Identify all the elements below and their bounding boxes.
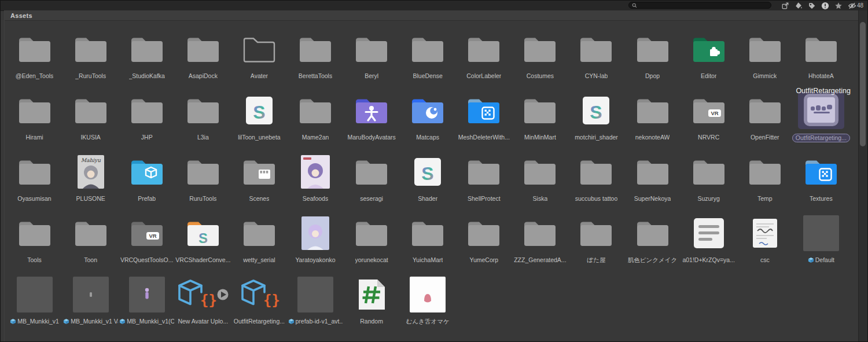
asset-item[interactable]: MB_Munkki_v1(Cl... xyxy=(119,276,175,337)
asset-item[interactable]: Hirami xyxy=(6,92,62,153)
asset-label: Suzuryg xyxy=(697,195,720,203)
asset-item[interactable]: AsapiDock xyxy=(175,31,231,92)
asset-item[interactable]: Beryl xyxy=(344,31,400,92)
star-icon[interactable] xyxy=(834,2,843,10)
asset-item[interactable]: SVRCShaderConve... xyxy=(175,215,231,276)
asset-item[interactable]: VRNRVRC xyxy=(681,92,737,153)
svg-text:Mahiyu: Mahiyu xyxy=(81,157,101,163)
asset-label: Default xyxy=(808,256,834,264)
asset-item[interactable]: SuperNekoya xyxy=(624,153,681,215)
asset-item[interactable]: _RuruTools xyxy=(62,31,119,92)
asset-item[interactable]: Suzuryg xyxy=(681,153,737,215)
eye-off-icon[interactable]: 48 xyxy=(848,2,863,10)
asset-item[interactable]: csc xyxy=(737,215,793,276)
asset-row: MB_Munkki_v1MB_Munkki_v1 Va...MB_Munkki_… xyxy=(5,276,859,337)
asset-item[interactable]: Yaratoyakonko xyxy=(287,215,343,276)
asset-item[interactable]: MB_Munkki_v1 xyxy=(6,276,62,337)
asset-item[interactable]: CYN-lab xyxy=(568,31,624,92)
tag-icon[interactable] xyxy=(808,2,816,10)
asset-item[interactable]: yorunekocat xyxy=(344,215,400,276)
asset-item[interactable]: _StudioKafka xyxy=(119,31,175,92)
pane-splitter[interactable] xyxy=(4,10,5,341)
asset-item[interactable]: MinMinMart xyxy=(512,92,568,153)
asset-item[interactable]: ZZZ_GeneratedA... xyxy=(512,215,568,276)
asset-item[interactable]: Scenes xyxy=(231,153,287,215)
asset-item[interactable]: L3ia xyxy=(175,92,231,153)
asset-item[interactable]: Editor xyxy=(681,31,737,92)
asset-item[interactable]: 肌色ピンクメイク xyxy=(624,215,681,276)
asset-item[interactable]: ShellProtect xyxy=(456,153,512,215)
asset-item[interactable]: succubus tattoo xyxy=(568,153,624,215)
asset-item[interactable]: Smotchiri_shader xyxy=(568,92,624,153)
asset-item[interactable]: Textures xyxy=(793,153,849,215)
asset-item[interactable]: IKUSIA xyxy=(62,92,119,153)
asset-item[interactable]: RuruTools xyxy=(175,153,231,215)
folder-icon xyxy=(579,153,613,190)
asset-item[interactable]: Avater xyxy=(231,31,287,92)
paint-bucket-icon[interactable] xyxy=(795,2,803,10)
asset-item[interactable]: {}New Avatar Uplo... xyxy=(175,276,231,337)
vertical-scrollbar[interactable] xyxy=(858,10,867,341)
asset-item[interactable]: ぼた屋 xyxy=(568,215,624,276)
asset-item[interactable]: Tools xyxy=(6,215,62,276)
asset-item[interactable]: SlilToon_unebeta xyxy=(231,92,287,153)
asset-item[interactable]: Temp xyxy=(737,153,793,215)
folder-icon xyxy=(523,215,557,252)
asset-item[interactable]: ColorLabeler xyxy=(456,31,512,92)
asset-item[interactable]: HhotateA xyxy=(793,31,849,92)
asset-item[interactable]: nekonoteAW xyxy=(624,92,681,153)
asset-item[interactable]: YuichaMart xyxy=(400,215,456,276)
asset-item[interactable]: Default xyxy=(793,215,849,276)
asset-item[interactable]: Gimmick xyxy=(737,31,793,92)
asset-item[interactable]: MeshDeleterWith... xyxy=(456,92,512,153)
asset-item[interactable]: MahiyuPLUSONE xyxy=(62,153,119,215)
breadcrumb[interactable]: Assets xyxy=(10,12,32,19)
folder-icon xyxy=(298,92,333,129)
search-box[interactable] xyxy=(628,2,771,9)
asset-item[interactable]: OutfitRetargetingOutfitRetargeting... xyxy=(793,92,849,153)
asset-item[interactable]: Prefab xyxy=(119,153,175,215)
asset-label: BlueDense xyxy=(413,72,443,80)
asset-label: Seafoods xyxy=(303,195,328,203)
asset-item[interactable]: Siska xyxy=(512,153,568,215)
asset-item[interactable]: Oyasumisan xyxy=(6,153,62,215)
asset-item[interactable]: BlueDense xyxy=(400,31,456,92)
prefab-thumbnail xyxy=(297,276,333,313)
asset-item[interactable]: JHP xyxy=(119,92,175,153)
asset-item[interactable]: BerettaTools xyxy=(287,31,343,92)
asset-item[interactable]: MB_Munkki_v1 Va... xyxy=(62,276,119,337)
svg-text:S: S xyxy=(422,163,434,184)
scrollbar-thumb[interactable] xyxy=(860,22,866,146)
asset-label: Gimmick xyxy=(753,72,777,80)
breadcrumb-bar[interactable]: Assets xyxy=(5,10,859,21)
image-thumbnail xyxy=(798,92,844,129)
asset-item[interactable]: a01!D+KrZQv=ya... xyxy=(681,215,737,276)
asset-item[interactable]: VRVRCQuestToolsO... xyxy=(119,215,175,276)
asset-label: YuichaMart xyxy=(413,256,443,264)
asset-item[interactable]: Seafoods xyxy=(287,153,343,215)
asset-item[interactable]: MaruBodyAvatars xyxy=(344,92,400,153)
asset-label: JHP xyxy=(141,134,153,141)
asset-item[interactable]: Toon xyxy=(62,215,119,276)
asset-item[interactable]: Mame2an xyxy=(287,92,343,153)
popout-icon[interactable] xyxy=(781,2,789,10)
asset-item[interactable]: prefab-id-v1_avt... xyxy=(287,276,343,337)
asset-item[interactable]: @Eden_Tools xyxy=(6,31,62,92)
asset-item[interactable]: Costumes xyxy=(512,31,568,92)
asset-item[interactable]: {}OutfitRetargeting... xyxy=(231,276,287,337)
asset-label: Avater xyxy=(251,72,268,80)
asset-item[interactable]: Random xyxy=(344,276,400,337)
asset-item[interactable]: むんき舌オマケ xyxy=(400,276,456,337)
asset-item[interactable]: wetty_serial xyxy=(231,215,287,276)
shader-s-icon: S xyxy=(413,153,442,190)
asset-item[interactable]: Dpop xyxy=(624,31,681,92)
asset-row: ToolsToonVRVRCQuestToolsO...SVRCShaderCo… xyxy=(5,215,859,276)
alert-icon[interactable] xyxy=(821,2,829,10)
asset-item[interactable]: SShader xyxy=(400,153,456,215)
folder-icon xyxy=(466,215,501,252)
asset-item[interactable]: YumeCorp xyxy=(456,215,512,276)
asset-item[interactable]: OpenFitter xyxy=(737,92,793,153)
asset-item[interactable]: Matcaps xyxy=(400,92,456,153)
asset-item[interactable]: seseragi xyxy=(344,153,400,215)
search-input[interactable] xyxy=(637,2,768,9)
